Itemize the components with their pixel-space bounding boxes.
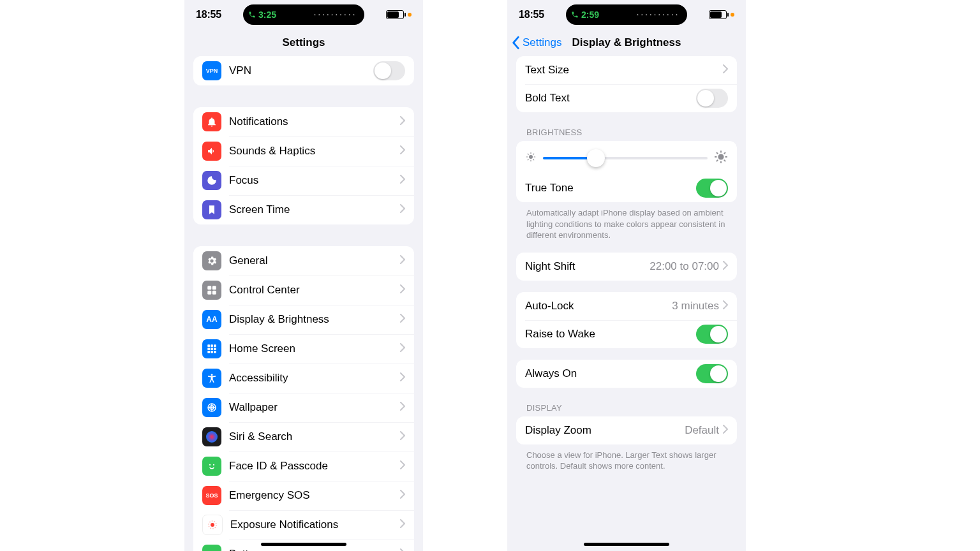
audio-dots: • • • • • • • • • •	[604, 13, 678, 17]
row-raise-to-wake[interactable]: Raise to Wake	[516, 320, 737, 348]
row-accessibility[interactable]: Accessibility	[193, 364, 414, 393]
toggle-vpn[interactable]	[373, 61, 405, 80]
page-title: Display & Brightness	[572, 36, 681, 49]
dynamic-island[interactable]: 2:59 • • • • • • • • • •	[566, 4, 687, 25]
svg-rect-11	[211, 351, 213, 353]
group-text: Text Size Bold Text	[516, 56, 737, 112]
call-time: 3:25	[258, 10, 276, 20]
svg-rect-1	[212, 286, 216, 290]
group-night-shift: Night Shift 22:00 to 07:00	[516, 253, 737, 281]
brightness-slider[interactable]	[543, 157, 708, 159]
dynamic-island[interactable]: 3:25 • • • • • • • • • •	[243, 4, 364, 25]
row-text-size[interactable]: Text Size	[516, 56, 737, 84]
nav-bar: Settings Display & Brightness	[507, 29, 746, 56]
toggle-bold-text[interactable]	[696, 89, 728, 108]
chevron-right-icon	[723, 300, 728, 312]
row-display-zoom[interactable]: Display Zoom Default	[516, 416, 737, 444]
row-sos[interactable]: SOSEmergency SOS	[193, 481, 414, 510]
status-bar: 18:55 2:59 • • • • • • • • • •	[507, 0, 746, 29]
chevron-left-icon	[511, 36, 520, 50]
toggle-true-tone[interactable]	[696, 179, 728, 198]
label: Text Size	[525, 64, 723, 77]
row-brightness-slider[interactable]	[516, 141, 737, 174]
chevron-right-icon	[400, 314, 405, 325]
row-wallpaper[interactable]: Wallpaper	[193, 393, 414, 422]
nav-bar: Settings	[184, 29, 423, 56]
label: Wallpaper	[229, 401, 400, 414]
row-home-screen[interactable]: Home Screen	[193, 334, 414, 364]
face-id-icon	[202, 457, 221, 476]
group-auto-lock: Auto-Lock 3 minutes Raise to Wake	[516, 292, 737, 348]
svg-point-17	[206, 431, 218, 443]
screenshot-settings: 18:55 3:25 • • • • • • • • • • Settings …	[184, 0, 423, 551]
home-indicator[interactable]	[584, 543, 669, 546]
row-night-shift[interactable]: Night Shift 22:00 to 07:00	[516, 253, 737, 281]
svg-rect-8	[211, 348, 213, 350]
phone-icon	[248, 11, 256, 18]
label: Night Shift	[525, 260, 650, 273]
toggle-raise-to-wake[interactable]	[696, 325, 728, 344]
sos-icon: SOS	[202, 486, 221, 505]
svg-rect-12	[214, 351, 216, 353]
group-brightness: True Tone	[516, 141, 737, 202]
row-sounds[interactable]: Sounds & Haptics	[193, 136, 414, 166]
call-indicator[interactable]: 3:25	[248, 10, 276, 20]
row-focus[interactable]: Focus	[193, 166, 414, 195]
label: Exposure Notifications	[230, 518, 400, 531]
label: Sounds & Haptics	[229, 145, 400, 158]
toggle-always-on[interactable]	[696, 364, 728, 383]
svg-point-13	[211, 374, 213, 376]
chevron-right-icon	[400, 460, 405, 472]
label: VPN	[229, 64, 373, 77]
label: Raise to Wake	[525, 328, 696, 341]
svg-point-24	[529, 155, 533, 159]
detail: 22:00 to 07:00	[650, 260, 719, 273]
group-always-on: Always On	[516, 360, 737, 388]
chevron-right-icon	[400, 255, 405, 267]
row-vpn[interactable]: VPNVPN	[193, 56, 414, 85]
screen-time-icon	[202, 200, 221, 219]
label: Always On	[525, 367, 696, 380]
slider-thumb[interactable]	[587, 149, 605, 167]
svg-point-20	[211, 523, 214, 527]
row-siri[interactable]: Siri & Search	[193, 422, 414, 452]
back-button[interactable]: Settings	[511, 29, 561, 56]
svg-rect-7	[207, 348, 210, 350]
row-general[interactable]: General	[193, 246, 414, 276]
label: Notifications	[229, 115, 400, 128]
accessibility-icon	[202, 369, 221, 388]
chevron-right-icon	[400, 402, 405, 413]
audio-dots: • • • • • • • • • •	[281, 13, 355, 17]
row-always-on[interactable]: Always On	[516, 360, 737, 388]
group-display-zoom: Display Zoom Default	[516, 416, 737, 444]
home-screen-icon	[202, 339, 221, 358]
mic-indicator-icon	[731, 13, 734, 17]
row-display-brightness[interactable]: AADisplay & Brightness	[193, 305, 414, 334]
chevron-right-icon	[400, 284, 405, 296]
settings-group-notifications: NotificationsSounds & HapticsFocusScreen…	[193, 107, 414, 224]
row-control-center[interactable]: Control Center	[193, 276, 414, 305]
detail: 3 minutes	[672, 300, 719, 312]
row-exposure[interactable]: Exposure Notifications	[193, 510, 414, 540]
row-true-tone[interactable]: True Tone	[516, 174, 737, 202]
home-indicator[interactable]	[261, 543, 346, 546]
svg-rect-9	[214, 348, 216, 350]
label: Face ID & Passcode	[229, 460, 400, 473]
battery-icon	[709, 10, 727, 19]
row-notifications[interactable]: Notifications	[193, 107, 414, 136]
svg-rect-4	[207, 344, 210, 347]
svg-rect-3	[212, 291, 216, 295]
svg-point-25	[718, 154, 724, 159]
row-bold-text[interactable]: Bold Text	[516, 84, 737, 112]
vpn-icon: VPN	[202, 61, 221, 80]
call-indicator[interactable]: 2:59	[571, 10, 599, 20]
svg-point-19	[213, 464, 214, 466]
chevron-right-icon	[400, 519, 405, 531]
row-face-id[interactable]: Face ID & Passcode	[193, 452, 414, 481]
footer-true-tone: Automatically adapt iPhone display based…	[526, 207, 727, 241]
row-auto-lock[interactable]: Auto-Lock 3 minutes	[516, 292, 737, 320]
display-brightness-icon: AA	[202, 310, 221, 329]
chevron-right-icon	[723, 425, 728, 436]
sounds-icon	[202, 142, 221, 161]
row-screen-time[interactable]: Screen Time	[193, 195, 414, 224]
